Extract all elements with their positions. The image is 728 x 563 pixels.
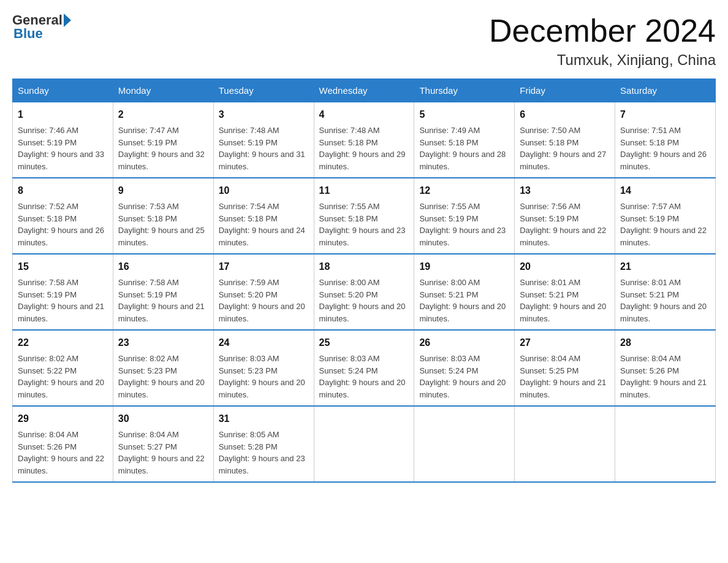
calendar-day-cell <box>515 406 615 482</box>
calendar-day-cell: 24 Sunrise: 8:03 AMSunset: 5:23 PMDaylig… <box>213 330 314 406</box>
day-info: Sunrise: 8:00 AMSunset: 5:21 PMDaylight:… <box>419 278 506 323</box>
day-info: Sunrise: 7:48 AMSunset: 5:18 PMDaylight:… <box>319 126 406 171</box>
day-number: 28 <box>620 335 710 350</box>
day-info: Sunrise: 7:46 AMSunset: 5:19 PMDaylight:… <box>18 126 104 171</box>
calendar-week-row: 8 Sunrise: 7:52 AMSunset: 5:18 PMDayligh… <box>13 178 716 254</box>
day-number: 12 <box>419 183 509 198</box>
calendar-day-cell: 31 Sunrise: 8:05 AMSunset: 5:28 PMDaylig… <box>213 406 314 482</box>
calendar-day-cell: 4 Sunrise: 7:48 AMSunset: 5:18 PMDayligh… <box>314 102 414 178</box>
day-info: Sunrise: 8:01 AMSunset: 5:21 PMDaylight:… <box>520 278 606 323</box>
calendar-day-cell: 12 Sunrise: 7:55 AMSunset: 5:19 PMDaylig… <box>414 178 515 254</box>
calendar-day-cell: 3 Sunrise: 7:48 AMSunset: 5:19 PMDayligh… <box>213 102 314 178</box>
logo-arrow-icon <box>64 13 71 27</box>
day-number: 7 <box>620 107 710 122</box>
day-info: Sunrise: 7:49 AMSunset: 5:18 PMDaylight:… <box>419 126 506 171</box>
calendar-day-cell: 15 Sunrise: 7:58 AMSunset: 5:19 PMDaylig… <box>13 254 113 330</box>
day-number: 24 <box>219 335 309 350</box>
header-sunday: Sunday <box>13 79 113 102</box>
day-number: 26 <box>419 335 509 350</box>
month-title: December 2024 <box>489 12 716 49</box>
day-number: 6 <box>520 107 610 122</box>
calendar-header: Sunday Monday Tuesday Wednesday Thursday… <box>13 79 716 102</box>
day-info: Sunrise: 8:02 AMSunset: 5:22 PMDaylight:… <box>18 354 104 399</box>
day-number: 23 <box>118 335 208 350</box>
day-info: Sunrise: 7:55 AMSunset: 5:18 PMDaylight:… <box>319 202 406 247</box>
day-number: 14 <box>620 183 710 198</box>
calendar-day-cell: 1 Sunrise: 7:46 AMSunset: 5:19 PMDayligh… <box>13 102 113 178</box>
calendar-week-row: 1 Sunrise: 7:46 AMSunset: 5:19 PMDayligh… <box>13 102 716 178</box>
day-number: 9 <box>118 183 208 198</box>
header-friday: Friday <box>515 79 615 102</box>
day-number: 22 <box>18 335 108 350</box>
page-header: General Blue December 2024 Tumxuk, Xinji… <box>12 12 716 69</box>
day-number: 3 <box>219 107 309 122</box>
calendar-day-cell: 10 Sunrise: 7:54 AMSunset: 5:18 PMDaylig… <box>213 178 314 254</box>
header-monday: Monday <box>113 79 213 102</box>
calendar-day-cell: 14 Sunrise: 7:57 AMSunset: 5:19 PMDaylig… <box>615 178 716 254</box>
day-info: Sunrise: 7:47 AMSunset: 5:19 PMDaylight:… <box>118 126 205 171</box>
day-number: 4 <box>319 107 409 122</box>
calendar-day-cell: 30 Sunrise: 8:04 AMSunset: 5:27 PMDaylig… <box>113 406 213 482</box>
calendar-day-cell: 28 Sunrise: 8:04 AMSunset: 5:26 PMDaylig… <box>615 330 716 406</box>
header-wednesday: Wednesday <box>314 79 414 102</box>
calendar-day-cell <box>414 406 515 482</box>
day-number: 31 <box>219 412 309 426</box>
day-number: 1 <box>18 107 108 122</box>
calendar-day-cell: 13 Sunrise: 7:56 AMSunset: 5:19 PMDaylig… <box>515 178 615 254</box>
day-number: 20 <box>520 259 610 274</box>
calendar-week-row: 22 Sunrise: 8:02 AMSunset: 5:22 PMDaylig… <box>13 330 716 406</box>
logo: General Blue <box>12 12 72 42</box>
day-info: Sunrise: 7:56 AMSunset: 5:19 PMDaylight:… <box>520 202 606 247</box>
calendar-day-cell: 5 Sunrise: 7:49 AMSunset: 5:18 PMDayligh… <box>414 102 515 178</box>
day-info: Sunrise: 7:59 AMSunset: 5:20 PMDaylight:… <box>219 278 305 323</box>
day-info: Sunrise: 7:52 AMSunset: 5:18 PMDaylight:… <box>18 202 104 247</box>
day-number: 10 <box>219 183 309 198</box>
calendar-body: 1 Sunrise: 7:46 AMSunset: 5:19 PMDayligh… <box>13 102 716 483</box>
day-number: 5 <box>419 107 509 122</box>
day-info: Sunrise: 8:02 AMSunset: 5:23 PMDaylight:… <box>118 354 205 399</box>
day-info: Sunrise: 7:54 AMSunset: 5:18 PMDaylight:… <box>219 202 305 247</box>
calendar-day-cell: 17 Sunrise: 7:59 AMSunset: 5:20 PMDaylig… <box>213 254 314 330</box>
calendar-day-cell: 20 Sunrise: 8:01 AMSunset: 5:21 PMDaylig… <box>515 254 615 330</box>
day-info: Sunrise: 8:04 AMSunset: 5:25 PMDaylight:… <box>520 354 606 399</box>
calendar-day-cell <box>314 406 414 482</box>
day-info: Sunrise: 8:04 AMSunset: 5:26 PMDaylight:… <box>620 354 707 399</box>
calendar-day-cell: 21 Sunrise: 8:01 AMSunset: 5:21 PMDaylig… <box>615 254 716 330</box>
calendar-day-cell <box>615 406 716 482</box>
calendar-week-row: 29 Sunrise: 8:04 AMSunset: 5:26 PMDaylig… <box>13 406 716 482</box>
header-saturday: Saturday <box>615 79 716 102</box>
day-info: Sunrise: 8:05 AMSunset: 5:28 PMDaylight:… <box>219 430 305 475</box>
day-number: 27 <box>520 335 610 350</box>
day-info: Sunrise: 8:00 AMSunset: 5:20 PMDaylight:… <box>319 278 406 323</box>
calendar-day-cell: 23 Sunrise: 8:02 AMSunset: 5:23 PMDaylig… <box>113 330 213 406</box>
calendar-week-row: 15 Sunrise: 7:58 AMSunset: 5:19 PMDaylig… <box>13 254 716 330</box>
calendar-day-cell: 6 Sunrise: 7:50 AMSunset: 5:18 PMDayligh… <box>515 102 615 178</box>
weekday-header-row: Sunday Monday Tuesday Wednesday Thursday… <box>13 79 716 102</box>
day-number: 21 <box>620 259 710 274</box>
calendar-day-cell: 11 Sunrise: 7:55 AMSunset: 5:18 PMDaylig… <box>314 178 414 254</box>
day-info: Sunrise: 7:48 AMSunset: 5:19 PMDaylight:… <box>219 126 305 171</box>
calendar-day-cell: 19 Sunrise: 8:00 AMSunset: 5:21 PMDaylig… <box>414 254 515 330</box>
day-number: 19 <box>419 259 509 274</box>
day-info: Sunrise: 8:04 AMSunset: 5:26 PMDaylight:… <box>18 430 104 475</box>
day-info: Sunrise: 7:58 AMSunset: 5:19 PMDaylight:… <box>118 278 205 323</box>
day-number: 13 <box>520 183 610 198</box>
day-info: Sunrise: 8:03 AMSunset: 5:24 PMDaylight:… <box>419 354 506 399</box>
day-info: Sunrise: 8:01 AMSunset: 5:21 PMDaylight:… <box>620 278 707 323</box>
day-info: Sunrise: 7:57 AMSunset: 5:19 PMDaylight:… <box>620 202 707 247</box>
header-thursday: Thursday <box>414 79 515 102</box>
calendar-day-cell: 29 Sunrise: 8:04 AMSunset: 5:26 PMDaylig… <box>13 406 113 482</box>
calendar-table: Sunday Monday Tuesday Wednesday Thursday… <box>12 79 716 483</box>
day-number: 8 <box>18 183 108 198</box>
header-tuesday: Tuesday <box>213 79 314 102</box>
day-info: Sunrise: 8:03 AMSunset: 5:23 PMDaylight:… <box>219 354 305 399</box>
day-info: Sunrise: 7:51 AMSunset: 5:18 PMDaylight:… <box>620 126 707 171</box>
calendar-day-cell: 18 Sunrise: 8:00 AMSunset: 5:20 PMDaylig… <box>314 254 414 330</box>
day-info: Sunrise: 8:03 AMSunset: 5:24 PMDaylight:… <box>319 354 406 399</box>
day-number: 30 <box>118 412 208 426</box>
location-title: Tumxuk, Xinjiang, China <box>489 52 716 69</box>
day-info: Sunrise: 7:50 AMSunset: 5:18 PMDaylight:… <box>520 126 606 171</box>
calendar-day-cell: 27 Sunrise: 8:04 AMSunset: 5:25 PMDaylig… <box>515 330 615 406</box>
day-info: Sunrise: 8:04 AMSunset: 5:27 PMDaylight:… <box>118 430 205 475</box>
calendar-day-cell: 16 Sunrise: 7:58 AMSunset: 5:19 PMDaylig… <box>113 254 213 330</box>
